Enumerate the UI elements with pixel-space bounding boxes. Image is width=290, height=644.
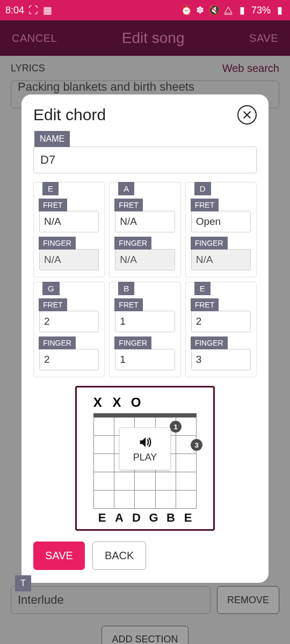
modal-save-button[interactable]: SAVE bbox=[33, 541, 85, 570]
sound-icon bbox=[137, 435, 153, 450]
bluetooth-icon: ✽ bbox=[195, 4, 205, 16]
string-card-0: E FRET N/A FINGER N/A bbox=[33, 182, 105, 277]
app-header: CANCEL Edit song SAVE bbox=[0, 20, 290, 56]
signal-icon: ▮ bbox=[237, 4, 247, 16]
marker-blank bbox=[169, 395, 180, 410]
string-card-3: G FRET 2 FINGER 2 bbox=[33, 282, 105, 377]
battery-text: 73% bbox=[251, 5, 271, 16]
close-button[interactable] bbox=[237, 105, 257, 125]
string-name-label: B bbox=[118, 282, 134, 295]
string-card-2: D FRET Open FINGER N/A bbox=[185, 182, 257, 277]
finger-input[interactable]: 2 bbox=[39, 349, 99, 370]
nut bbox=[93, 413, 197, 418]
finger-label: FINGER bbox=[39, 237, 76, 250]
finger-label: FINGER bbox=[191, 336, 228, 349]
open-marker: O bbox=[130, 395, 141, 410]
fret-input[interactable]: Open bbox=[191, 211, 251, 232]
finger-input[interactable]: 1 bbox=[115, 349, 175, 370]
cancel-button[interactable]: CANCEL bbox=[12, 32, 57, 45]
fret-input[interactable]: 1 bbox=[115, 311, 175, 332]
type-tag: T bbox=[15, 575, 31, 591]
string-card-1: A FRET N/A FINGER N/A bbox=[109, 182, 180, 277]
alarm-icon: ⏰ bbox=[182, 4, 191, 16]
string-name: B bbox=[162, 511, 179, 525]
fret-label: FRET bbox=[114, 298, 143, 311]
wifi-icon: ⧋ bbox=[223, 5, 233, 16]
string-name-label: D bbox=[194, 182, 211, 195]
fret-label: FRET bbox=[191, 199, 219, 211]
marker-blank bbox=[188, 395, 199, 410]
finger-dot: 3 bbox=[191, 439, 202, 451]
string-name-label: E bbox=[42, 182, 59, 195]
marker-blank bbox=[150, 395, 161, 410]
string-name: G bbox=[145, 511, 162, 525]
fret-input[interactable]: N/A bbox=[115, 211, 175, 232]
status-bar: 8:04 ⛶ ▦ ⏰ ✽ 🔇 ⧋ ▮ 73% ▮ bbox=[0, 0, 290, 20]
name-label: NAME bbox=[34, 131, 70, 147]
string-name-label: A bbox=[118, 182, 134, 195]
fret-label: FRET bbox=[39, 298, 67, 311]
fret-label: FRET bbox=[191, 298, 219, 311]
finger-input[interactable]: N/A bbox=[191, 249, 251, 270]
finger-input[interactable]: 3 bbox=[191, 349, 251, 370]
finger-input[interactable]: N/A bbox=[39, 249, 99, 270]
fret-label: FRET bbox=[39, 199, 67, 211]
play-label: PLAY bbox=[133, 452, 157, 463]
mute-marker: X bbox=[112, 395, 122, 410]
mute-icon: 🔇 bbox=[209, 4, 219, 16]
finger-label: FINGER bbox=[114, 237, 151, 250]
finger-dot: 1 bbox=[170, 421, 182, 433]
fret-input[interactable]: N/A bbox=[39, 211, 99, 232]
fret-input[interactable]: 2 bbox=[39, 311, 99, 332]
string-name-label: G bbox=[42, 282, 60, 295]
edit-chord-modal: Edit chord NAME E FRET N/A FINGER N/A A … bbox=[21, 94, 269, 583]
string-name: D bbox=[128, 511, 145, 525]
string-name: E bbox=[179, 511, 197, 525]
save-button[interactable]: SAVE bbox=[249, 32, 278, 45]
chord-diagram: XXO 13 EADGBE PLAY bbox=[75, 386, 215, 531]
string-card-4: B FRET 1 FINGER 1 bbox=[109, 282, 180, 377]
close-icon bbox=[242, 110, 252, 120]
calendar-icon: ▦ bbox=[42, 4, 52, 16]
string-card-5: E FRET 2 FINGER 3 bbox=[185, 282, 257, 377]
scan-icon: ⛶ bbox=[28, 5, 38, 16]
string-name: A bbox=[111, 511, 128, 525]
finger-label: FINGER bbox=[191, 237, 228, 250]
finger-label: FINGER bbox=[114, 336, 151, 349]
string-name-label: E bbox=[194, 282, 211, 295]
finger-input[interactable]: N/A bbox=[115, 249, 175, 270]
fret-label: FRET bbox=[114, 199, 143, 211]
modal-back-button[interactable]: BACK bbox=[92, 541, 146, 570]
chord-name-input[interactable] bbox=[33, 147, 257, 173]
page-title: Edit song bbox=[122, 30, 185, 47]
battery-icon: ▮ bbox=[275, 4, 285, 16]
string-name: E bbox=[93, 511, 111, 525]
play-button[interactable]: PLAY bbox=[119, 427, 171, 470]
mute-marker: X bbox=[92, 395, 103, 410]
clock: 8:04 bbox=[5, 5, 24, 16]
modal-title: Edit chord bbox=[33, 106, 106, 124]
fret-input[interactable]: 2 bbox=[191, 311, 251, 332]
finger-label: FINGER bbox=[39, 336, 76, 349]
